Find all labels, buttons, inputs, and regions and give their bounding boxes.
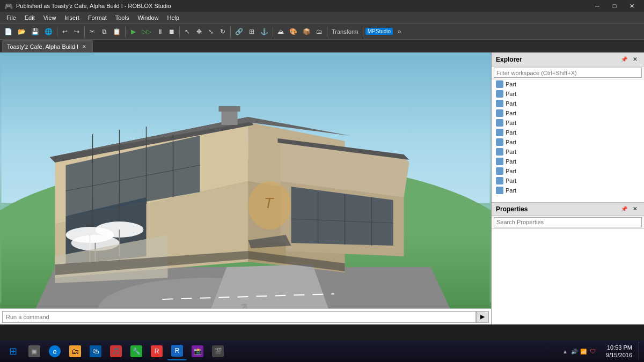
transform-label: Transform	[330, 28, 361, 35]
show-desktop-button[interactable]	[639, 342, 642, 360]
windows-logo-icon: ⊞	[7, 345, 19, 357]
menu-edit[interactable]: Edit	[20, 13, 39, 22]
command-arrow[interactable]: ▶	[476, 311, 489, 323]
part-icon	[496, 90, 503, 98]
explorer-item[interactable]: Part	[492, 99, 644, 108]
menu-view[interactable]: View	[39, 13, 61, 22]
roblox-studio-button[interactable]: R	[167, 342, 187, 360]
explorer-item[interactable]: Part	[492, 147, 644, 157]
tb-pause[interactable]: ⏸	[155, 25, 165, 38]
tb-paste[interactable]: 📋	[111, 25, 123, 38]
part-icon	[496, 100, 503, 107]
tb-material[interactable]: 🎨	[287, 25, 299, 38]
tb-publish[interactable]: 🌐	[42, 25, 55, 38]
close-button[interactable]: ✕	[624, 0, 640, 12]
explorer-item-label: Part	[506, 81, 516, 87]
part-icon	[496, 148, 503, 156]
explorer-item[interactable]: Part	[492, 128, 644, 137]
minimize-button[interactable]: ─	[589, 0, 605, 12]
explorer-item[interactable]: Part	[492, 186, 644, 195]
start-button[interactable]: ⊞	[2, 342, 24, 360]
tb-undo[interactable]: ↩	[60, 25, 70, 38]
windows-taskbar: ⊞ ▣ e 🗂 🛍 🎵 🔧 R R 📸 🎬 ▲ 🔊 📶	[0, 341, 644, 362]
tb-rotate[interactable]: ↻	[217, 25, 228, 38]
network-icon[interactable]: 📶	[580, 348, 587, 355]
edge-button[interactable]: e	[45, 342, 64, 360]
explorer-item[interactable]: Part	[492, 137, 644, 147]
menu-insert[interactable]: Insert	[60, 13, 84, 22]
tb-open[interactable]: 📂	[16, 25, 28, 38]
app-icon: 🎮	[4, 2, 13, 10]
app4-button[interactable]: 🎬	[208, 342, 228, 360]
file-explorer-button[interactable]: 🗂	[65, 342, 85, 360]
explorer-header: Explorer 📌 ✕	[492, 53, 644, 67]
maximize-button[interactable]: □	[606, 0, 623, 12]
explorer-item[interactable]: Part	[492, 166, 644, 176]
roblox-launcher-button[interactable]: R	[147, 342, 166, 360]
mpstudio-badge[interactable]: MPStudio	[365, 28, 393, 35]
part-icon	[496, 167, 503, 175]
explorer-item[interactable]: Part	[492, 79, 644, 89]
tb-cut[interactable]: ✂	[87, 25, 98, 38]
task-view-button[interactable]: ▣	[25, 342, 44, 360]
antivirus-icon[interactable]: 🛡	[589, 348, 596, 355]
tb-redo[interactable]: ↪	[71, 25, 82, 38]
app3-icon: 📸	[192, 345, 203, 357]
explorer-item[interactable]: Part	[492, 89, 644, 99]
app2-button[interactable]: 🔧	[127, 342, 146, 360]
command-input[interactable]	[2, 311, 476, 323]
tb-play[interactable]: ▶	[128, 25, 138, 38]
tb-anchor[interactable]: ⚓	[258, 25, 270, 38]
main-area: T ↗	[0, 53, 644, 324]
tb-join[interactable]: ⊞	[246, 25, 257, 38]
explorer-close-button[interactable]: ✕	[630, 55, 640, 64]
tb-copy[interactable]: ⧉	[99, 25, 109, 38]
explorer-item-label: Part	[506, 158, 516, 165]
explorer-filter-input[interactable]	[494, 68, 642, 78]
store-button[interactable]: 🛍	[86, 342, 105, 360]
tab-close-button[interactable]: ✕	[80, 43, 88, 50]
menu-format[interactable]: Format	[84, 13, 111, 22]
properties-pin-button[interactable]: 📌	[619, 204, 629, 214]
task-view-icon: ▣	[28, 345, 40, 357]
main-tab[interactable]: Toasty'z Cafe, Alpha Build I ✕	[2, 40, 93, 52]
properties-close-button[interactable]: ✕	[630, 204, 640, 214]
explorer-item-label: Part	[506, 91, 516, 97]
app3-button[interactable]: 📸	[188, 342, 207, 360]
tb-sep2	[84, 26, 85, 37]
tb-scale[interactable]: ⤡	[206, 25, 216, 38]
explorer-item[interactable]: Part	[492, 118, 644, 128]
tb-sep3	[125, 26, 126, 37]
properties-search-input[interactable]	[494, 217, 642, 227]
tb-play2[interactable]: ▷▷	[140, 25, 153, 38]
explorer-filter	[492, 67, 644, 79]
app1-button[interactable]: 🎵	[106, 342, 126, 360]
tb-stop[interactable]: ⏹	[166, 25, 177, 38]
explorer-item[interactable]: Part	[492, 176, 644, 186]
date-display: 9/15/2016	[606, 351, 632, 359]
explorer-item[interactable]: Part	[492, 157, 644, 166]
menu-window[interactable]: Window	[133, 13, 163, 22]
clock[interactable]: 10:53 PM 9/15/2016	[602, 344, 636, 359]
speaker-icon[interactable]: 🔊	[570, 348, 578, 355]
menu-tools[interactable]: Tools	[111, 13, 134, 22]
tb-select[interactable]: ↖	[182, 25, 193, 38]
tb-more[interactable]: »	[394, 25, 405, 38]
tb-group[interactable]: 🗂	[314, 25, 325, 38]
tb-snap[interactable]: 🔗	[233, 25, 245, 38]
menu-help[interactable]: Help	[163, 13, 184, 22]
tb-model[interactable]: 📦	[301, 25, 313, 38]
command-bar: ▶	[0, 308, 491, 324]
tb-new[interactable]: 📄	[2, 25, 14, 38]
tb-move[interactable]: ✥	[194, 25, 204, 38]
tb-terrain[interactable]: ⛰	[275, 25, 286, 38]
menu-file[interactable]: File	[2, 13, 20, 22]
explorer-title: Explorer	[496, 56, 522, 63]
explorer-pin-button[interactable]: 📌	[619, 55, 629, 64]
viewport[interactable]: T ↗	[0, 53, 491, 324]
scene-svg: T ↗	[0, 53, 491, 324]
tb-save[interactable]: 💾	[29, 25, 41, 38]
explorer-item[interactable]: Part	[492, 108, 644, 118]
explorer-header-buttons: 📌 ✕	[619, 55, 640, 64]
tray-up-arrow[interactable]: ▲	[561, 348, 569, 355]
